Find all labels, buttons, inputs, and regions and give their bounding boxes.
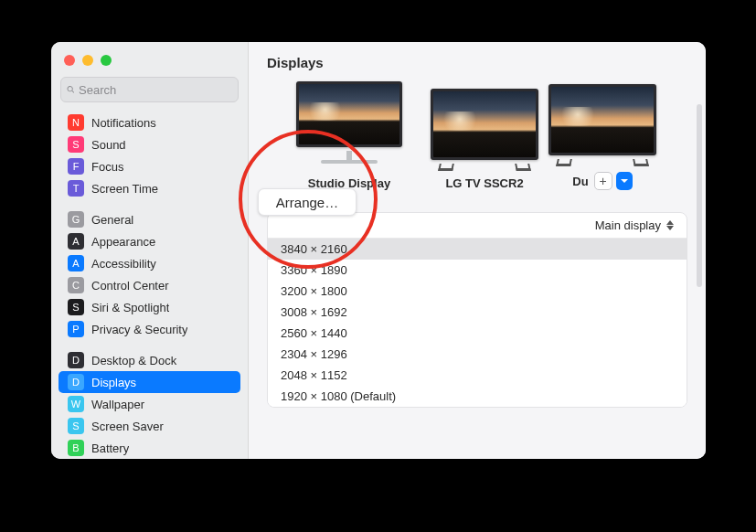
monitor-icon xyxy=(431,89,538,160)
display-selector-row: Studio DisplayLG TV SSCR2Du+ xyxy=(249,81,706,197)
sidebar-item-label: Appearance xyxy=(91,235,155,249)
sidebar-item-label: Screen Saver xyxy=(91,420,164,433)
window-controls xyxy=(51,53,248,77)
display-role-label: Main display xyxy=(595,218,661,232)
page-title: Displays xyxy=(249,42,706,81)
sidebar-item-screen-saver[interactable]: SScreen Saver xyxy=(59,415,240,437)
screen-saver-icon: S xyxy=(68,418,84,434)
sidebar-item-wallpaper[interactable]: WWallpaper xyxy=(59,393,240,415)
resolution-option[interactable]: 2560 × 1440 xyxy=(268,323,687,344)
add-display-dropdown[interactable] xyxy=(616,172,633,190)
sidebar-item-focus[interactable]: FFocus xyxy=(59,155,240,177)
sidebar-item-appearance[interactable]: AAppearance xyxy=(59,230,240,252)
focus-icon: F xyxy=(68,158,84,175)
display-thumbnail[interactable]: Studio Display xyxy=(291,81,408,190)
sidebar-item-desktop-dock[interactable]: DDesktop & Dock xyxy=(59,349,240,371)
display-role-selector[interactable]: Main display xyxy=(268,213,687,238)
sidebar-item-label: Wallpaper xyxy=(91,398,144,411)
search-input[interactable] xyxy=(79,83,232,97)
display-name-label: LG TV SSCR2 xyxy=(445,176,523,190)
sidebar-item-label: Accessibility xyxy=(91,257,156,271)
resolution-option[interactable]: 2048 × 1152 xyxy=(268,365,687,386)
tv-feet-icon xyxy=(439,164,530,171)
screen-time-icon: T xyxy=(68,180,84,197)
sidebar-item-label: Notifications xyxy=(91,116,156,130)
sidebar-item-label: Desktop & Dock xyxy=(91,354,176,367)
search-field[interactable] xyxy=(60,77,239,102)
search-container xyxy=(51,77,248,112)
sidebar-item-label: Displays xyxy=(91,376,136,389)
sidebar-item-label: Privacy & Security xyxy=(91,323,187,336)
resolution-option[interactable]: 3008 × 1692 xyxy=(268,302,687,323)
sidebar-item-label: Screen Time xyxy=(91,182,158,196)
notifications-icon: N xyxy=(68,114,84,131)
search-icon xyxy=(67,83,75,96)
close-window-button[interactable] xyxy=(64,55,75,66)
resolution-list[interactable]: 3840 × 21603360 × 18903200 × 18003008 × … xyxy=(268,238,687,407)
main-content: Displays Studio DisplayLG TV SSCR2Du+ Ma… xyxy=(249,42,706,459)
add-display-button[interactable]: + xyxy=(594,172,612,190)
settings-panel: Main display 3840 × 21603360 × 18903200 … xyxy=(267,212,687,408)
battery-icon: B xyxy=(68,440,84,456)
display-thumbnail[interactable]: LG TV SSCR2 xyxy=(426,89,543,190)
updown-icon xyxy=(665,220,676,230)
sidebar-item-control-center[interactable]: CControl Center xyxy=(59,274,240,296)
sound-icon: S xyxy=(68,136,84,153)
sidebar-item-label: Sound xyxy=(91,138,126,152)
wallpaper-icon: W xyxy=(68,396,84,412)
scrollbar[interactable] xyxy=(697,104,702,287)
system-settings-window: NNotificationsSSoundFFocusTScreen TimeGG… xyxy=(51,42,706,459)
sidebar-item-label: Focus xyxy=(91,160,123,174)
appearance-icon: A xyxy=(68,233,84,250)
control-center-icon: C xyxy=(68,277,84,293)
sidebar-item-displays[interactable]: DDisplays xyxy=(59,371,240,393)
siri-spotlight-icon: S xyxy=(68,299,84,315)
tv-feet-icon xyxy=(557,159,648,166)
sidebar-item-notifications[interactable]: NNotifications xyxy=(59,112,240,133)
sidebar-list[interactable]: NNotificationsSSoundFFocusTScreen TimeGG… xyxy=(51,112,248,459)
general-icon: G xyxy=(68,211,84,228)
sidebar-item-battery[interactable]: BBattery xyxy=(59,437,240,459)
resolution-option[interactable]: 3200 × 1800 xyxy=(268,281,687,302)
sidebar-item-siri-spotlight[interactable]: SSiri & Spotlight xyxy=(59,296,240,318)
display-thumbnail[interactable]: Du+ xyxy=(561,84,644,190)
sidebar-item-label: Battery xyxy=(91,442,129,455)
sidebar-item-sound[interactable]: SSound xyxy=(59,133,240,155)
resolution-option[interactable]: 2304 × 1296 xyxy=(268,344,687,365)
monitor-stand-icon xyxy=(321,151,378,171)
resolution-option[interactable]: 3360 × 1890 xyxy=(268,260,687,281)
zoom-window-button[interactable] xyxy=(101,55,112,66)
display-name-label: Du xyxy=(572,175,588,188)
resolution-option[interactable]: 1920 × 1080 (Default) xyxy=(268,386,687,407)
minimize-window-button[interactable] xyxy=(82,55,93,66)
displays-icon: D xyxy=(68,374,84,390)
sidebar-item-label: Siri & Spotlight xyxy=(91,301,169,314)
sidebar: NNotificationsSSoundFFocusTScreen TimeGG… xyxy=(51,42,249,459)
monitor-icon xyxy=(548,84,656,155)
sidebar-item-privacy-security[interactable]: PPrivacy & Security xyxy=(59,318,240,340)
privacy-security-icon: P xyxy=(68,321,84,337)
sidebar-item-label: Control Center xyxy=(91,279,169,293)
monitor-icon xyxy=(296,81,402,147)
sidebar-item-screen-time[interactable]: TScreen Time xyxy=(59,177,240,199)
sidebar-item-accessibility[interactable]: AAccessibility xyxy=(59,252,240,274)
resolution-option[interactable]: 3840 × 2160 xyxy=(268,239,687,260)
sidebar-item-general[interactable]: GGeneral xyxy=(59,208,240,230)
arrange-button[interactable]: Arrange… xyxy=(258,188,357,216)
desktop-dock-icon: D xyxy=(68,352,84,368)
sidebar-item-label: General xyxy=(91,213,133,227)
accessibility-icon: A xyxy=(68,255,84,271)
